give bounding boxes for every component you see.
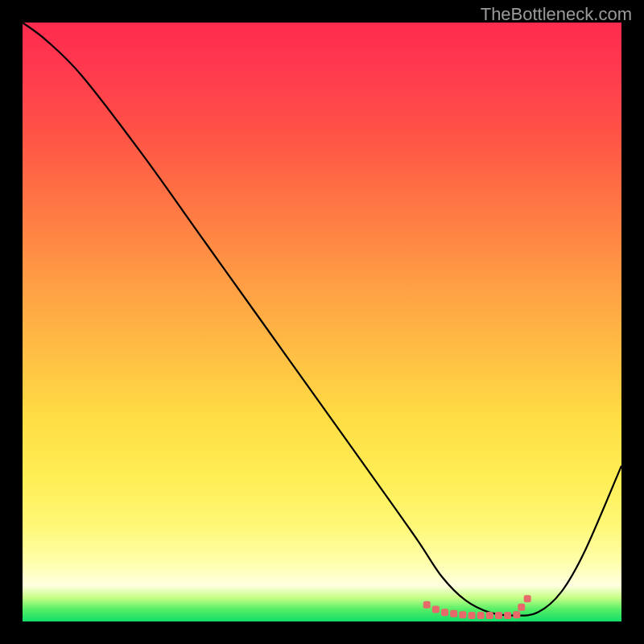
plot-area [23, 23, 621, 621]
marker-point [469, 612, 476, 619]
marker-point [504, 612, 511, 619]
watermark-text: TheBottleneck.com [481, 4, 632, 25]
marker-point [495, 612, 502, 619]
bottleneck-curve-line [23, 23, 621, 616]
marker-point [518, 604, 525, 611]
marker-point [477, 612, 485, 619]
marker-point [450, 610, 457, 617]
marker-point [423, 601, 431, 609]
marker-point [459, 611, 466, 618]
marker-point [513, 611, 520, 618]
marker-point [441, 609, 448, 616]
chart-svg [23, 23, 621, 621]
marker-point [486, 612, 493, 619]
marker-point [524, 595, 531, 602]
marker-point [432, 606, 440, 613]
